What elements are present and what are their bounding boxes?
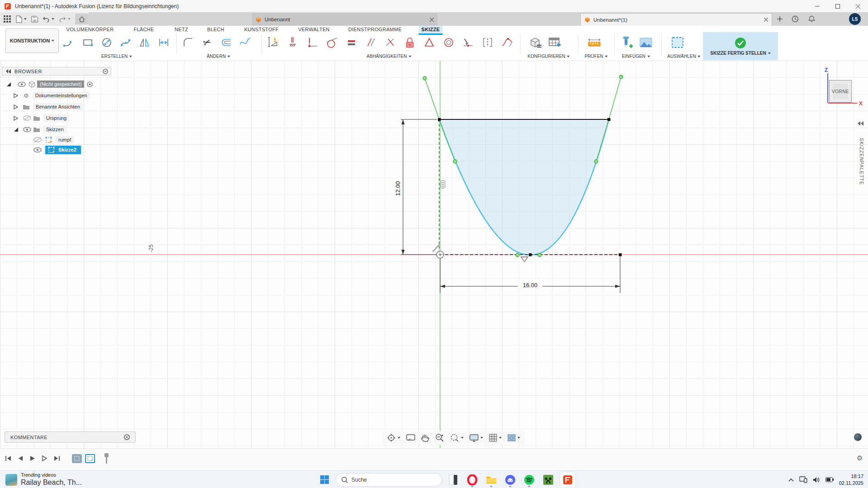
- comments-bar[interactable]: KOMMENTARE: [5, 431, 136, 443]
- timeline-go-start-button[interactable]: [4, 454, 13, 463]
- group-label-insert[interactable]: EINFÜGEN: [622, 54, 650, 59]
- dimension-width-value[interactable]: 16.00: [523, 282, 538, 289]
- lock-icon[interactable]: [402, 33, 418, 52]
- taskbar-search-box[interactable]: Suche: [336, 473, 442, 487]
- visibility-eye-icon[interactable]: [18, 82, 26, 87]
- konstruktion-dropdown[interactable]: KONSTRUKTION: [5, 28, 59, 53]
- tab-kunststoff[interactable]: KUNSTSTOFF: [242, 26, 281, 33]
- symmetry-constraint-tool[interactable]: [479, 33, 496, 52]
- close-button[interactable]: [848, 0, 868, 12]
- timeline-step-back-button[interactable]: [16, 454, 25, 463]
- browser-options-icon[interactable]: [103, 69, 108, 74]
- dimension-vertical[interactable]: [401, 119, 437, 255]
- hidden-eye-icon[interactable]: [23, 115, 31, 121]
- dimension-height-value[interactable]: 12.00: [394, 181, 401, 196]
- collapsed-triangle-icon[interactable]: [14, 116, 18, 121]
- timeline-feature-rumpf[interactable]: [72, 454, 82, 463]
- timeline-feature-skizze2[interactable]: [85, 454, 95, 463]
- expand-triangle-icon[interactable]: [14, 127, 19, 132]
- visibility-eye-icon[interactable]: [23, 127, 31, 132]
- group-label-modify[interactable]: ÄNDERN: [207, 54, 230, 59]
- visibility-eye-icon[interactable]: [33, 147, 42, 152]
- midpoint-constraint-tool[interactable]: [460, 33, 476, 52]
- app-icon-discord[interactable]: [503, 472, 518, 488]
- app-icon-opera[interactable]: [465, 472, 480, 488]
- curvature-constraint-tool[interactable]: [499, 33, 515, 52]
- new-tab-plus-icon[interactable]: [777, 16, 783, 22]
- tab-close-icon[interactable]: [764, 18, 768, 22]
- notification-bell-icon[interactable]: [808, 15, 815, 23]
- measure-tool[interactable]: [586, 33, 602, 52]
- group-label-inspect[interactable]: PRÜFEN: [584, 54, 607, 59]
- settings-gear-icon[interactable]: ⚙: [857, 454, 863, 462]
- collinear-constraint-tool[interactable]: [382, 33, 398, 52]
- tangent-constraint-tool[interactable]: [324, 33, 340, 52]
- tree-row-skizze2[interactable]: Skizze2: [33, 145, 81, 154]
- maximize-button[interactable]: [827, 0, 848, 12]
- tab-blech[interactable]: BLECH: [204, 26, 227, 33]
- circle-tool[interactable]: [99, 33, 115, 52]
- hidden-eye-icon[interactable]: [33, 137, 42, 142]
- equal-constraint-tool[interactable]: [343, 33, 360, 52]
- configuration-table-tool[interactable]: [546, 33, 563, 52]
- timeline-step-forward-button[interactable]: [40, 454, 49, 463]
- expand-triangle-icon[interactable]: [6, 82, 11, 87]
- trim-tool[interactable]: ✂: [199, 33, 215, 52]
- job-status-icon[interactable]: [792, 15, 799, 23]
- timeline-position-handle[interactable]: [104, 453, 109, 464]
- home-button[interactable]: [75, 14, 89, 24]
- concentric-constraint-tool[interactable]: [441, 33, 457, 52]
- app-icon-fusion-active[interactable]: [560, 472, 576, 488]
- perpendicular-constraint-tool[interactable]: [304, 33, 321, 52]
- root-document-label[interactable]: (Nicht gespeichert): [37, 81, 84, 88]
- insert-component-tool[interactable]: [619, 33, 635, 52]
- tab-verwalten[interactable]: VERWALTEN: [295, 26, 332, 33]
- tab-netz[interactable]: NETZ: [172, 26, 191, 33]
- comments-options-icon[interactable]: [124, 434, 130, 440]
- group-label-create[interactable]: ERSTELLEN: [101, 54, 132, 59]
- doc-tab-unbenannt[interactable]: Unbenannt: [252, 13, 437, 26]
- viewcube-face-front[interactable]: VORNE: [829, 80, 852, 103]
- timeline-go-end-button[interactable]: [52, 454, 62, 463]
- look-at-button[interactable]: [406, 434, 415, 441]
- offset-tool[interactable]: [218, 33, 234, 52]
- taskbar-widget[interactable]: Trending videos Railay Beach, Th...: [0, 472, 109, 488]
- app-grid-icon[interactable]: [4, 15, 11, 23]
- tree-row-root[interactable]: (Nicht gespeichert): [6, 80, 93, 89]
- redo-button[interactable]: [59, 16, 71, 22]
- group-label-configure[interactable]: KONFIGURIEREN: [527, 54, 569, 59]
- tree-row-document-settings[interactable]: ⚙ Dokumenteinstellungen: [14, 91, 90, 100]
- user-avatar[interactable]: LS: [849, 13, 861, 25]
- sketch-profile-fill[interactable]: [439, 119, 609, 255]
- zoom-button[interactable]: [435, 433, 444, 442]
- curve-tool[interactable]: [237, 33, 253, 52]
- fix-constraint-tool[interactable]: [285, 33, 301, 52]
- undo-button[interactable]: [43, 16, 54, 22]
- polygon-constraint-tool[interactable]: [421, 33, 437, 52]
- tree-row-named-views[interactable]: Benannte Ansichten: [14, 102, 83, 111]
- line-tool[interactable]: [61, 33, 77, 52]
- mirror-tool[interactable]: [137, 33, 153, 52]
- app-icon-minecraft[interactable]: [541, 472, 556, 488]
- browser-header[interactable]: BROWSER: [2, 67, 111, 76]
- rectangle-tool[interactable]: [80, 33, 96, 52]
- timeline-play-button[interactable]: [28, 454, 37, 463]
- sketch-dimension-tool[interactable]: [266, 33, 282, 52]
- tree-row-sketches[interactable]: Skizzen: [14, 125, 66, 134]
- collapse-arrows-icon[interactable]: [6, 69, 11, 73]
- tab-dienstprogramme[interactable]: DIENSTPROGRAMME: [346, 26, 404, 33]
- assistant-icon[interactable]: [854, 433, 862, 441]
- group-label-constraints[interactable]: ABHÄNGIGKEITEN: [367, 54, 412, 59]
- origin-point[interactable]: [436, 251, 444, 258]
- viewports-button[interactable]: [508, 434, 520, 441]
- app-icon-notepad[interactable]: [446, 472, 461, 488]
- display-settings-button[interactable]: [470, 434, 483, 442]
- zoom-window-button[interactable]: [450, 433, 464, 442]
- tray-chevron-icon[interactable]: [788, 478, 794, 482]
- sketch-palette-tab[interactable]: SKIZZENPALETTE: [859, 138, 864, 185]
- tab-volumenkoerper[interactable]: VOLUMENKÖRPER: [64, 26, 117, 33]
- orbit-button[interactable]: [387, 433, 400, 442]
- tray-volume-icon[interactable]: [813, 477, 820, 483]
- activate-radio-icon[interactable]: [87, 81, 93, 87]
- insert-image-tool[interactable]: [638, 33, 654, 52]
